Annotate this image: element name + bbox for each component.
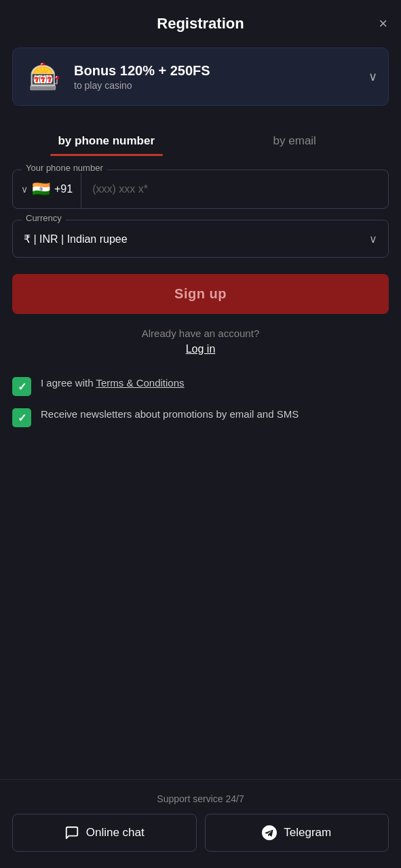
country-selector[interactable]: ∨ 🇮🇳 +91	[13, 170, 81, 208]
bonus-icon: 🎰	[24, 56, 64, 97]
tabs: by phone number by email	[12, 126, 389, 156]
terms-text: I agree with Terms & Conditions	[41, 376, 185, 391]
bonus-chevron-icon: ∨	[368, 69, 377, 84]
terms-checkbox[interactable]: ✓	[12, 377, 31, 396]
phone-field: ∨ 🇮🇳 +91	[12, 170, 389, 209]
footer: Support service 24/7 Online chat Telegra…	[0, 779, 401, 868]
currency-chevron-icon: ∨	[369, 233, 377, 245]
chat-icon	[64, 825, 79, 840]
telegram-button[interactable]: Telegram	[205, 814, 389, 852]
newsletter-text: Receive newsletters about promotions by …	[41, 407, 299, 422]
terms-link[interactable]: Terms & Conditions	[96, 377, 184, 389]
currency-value: ₹ | INR | Indian rupee	[24, 233, 369, 245]
telegram-icon	[262, 825, 277, 840]
tab-phone[interactable]: by phone number	[12, 126, 201, 156]
phone-input[interactable]	[81, 170, 388, 208]
tab-email[interactable]: by email	[201, 126, 389, 156]
login-link[interactable]: Log in	[186, 343, 216, 355]
country-chevron-icon: ∨	[21, 184, 28, 195]
checkbox-section: ✓ I agree with Terms & Conditions ✓ Rece…	[0, 376, 401, 438]
currency-selector[interactable]: ₹ | INR | Indian rupee ∨	[12, 220, 389, 258]
already-account-text: Already have an account?	[12, 328, 389, 339]
login-section: Already have an account? Log in	[12, 328, 389, 355]
checkmark-icon: ✓	[18, 380, 26, 393]
bonus-title: Bonus 120% + 250FS	[74, 63, 368, 79]
country-code: +91	[54, 183, 73, 195]
bonus-subtitle: to play casino	[74, 80, 368, 91]
header: Registration ×	[0, 0, 401, 47]
bonus-text: Bonus 120% + 250FS to play casino	[74, 63, 368, 91]
country-flag: 🇮🇳	[32, 180, 50, 198]
page-title: Registration	[157, 15, 244, 33]
online-chat-button[interactable]: Online chat	[12, 814, 197, 852]
newsletter-checkbox-row: ✓ Receive newsletters about promotions b…	[12, 407, 389, 427]
close-button[interactable]: ×	[379, 16, 387, 31]
support-buttons: Online chat Telegram	[12, 814, 389, 852]
currency-label: Currency	[22, 213, 66, 223]
form: Your phone number ∨ 🇮🇳 +91 Currency ₹ | …	[0, 170, 401, 369]
signup-button[interactable]: Sign up	[12, 274, 389, 314]
bonus-banner[interactable]: 🎰 Bonus 120% + 250FS to play casino ∨	[12, 47, 389, 106]
checkmark-icon-2: ✓	[18, 412, 26, 425]
page-container: Registration × 🎰 Bonus 120% + 250FS to p…	[0, 0, 401, 868]
support-label: Support service 24/7	[12, 793, 389, 804]
currency-field-group: Currency ₹ | INR | Indian rupee ∨	[12, 220, 389, 258]
terms-checkbox-row: ✓ I agree with Terms & Conditions	[12, 376, 389, 396]
newsletter-checkbox[interactable]: ✓	[12, 408, 31, 427]
phone-label: Your phone number	[22, 163, 107, 173]
phone-field-group: Your phone number ∨ 🇮🇳 +91	[12, 170, 389, 209]
